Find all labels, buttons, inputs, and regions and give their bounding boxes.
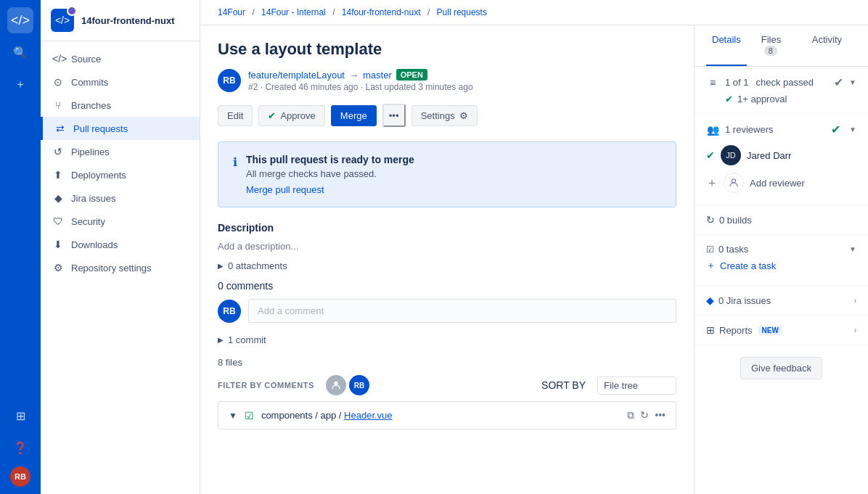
sidebar-item-label: Source	[71, 54, 101, 65]
tasks-chevron-icon[interactable]: ▼	[849, 245, 856, 253]
nav-add-icon[interactable]: ＋	[7, 71, 33, 97]
reports-icon: ⊞	[706, 324, 715, 336]
commits-icon: ⊙	[52, 76, 64, 88]
sidebar-item-commits[interactable]: ⊙ Commits	[41, 70, 200, 94]
pr-author-avatar: RB	[218, 69, 241, 92]
sidebar-item-source[interactable]: </> Source	[41, 47, 200, 70]
description-add-link[interactable]: Add a description...	[218, 241, 676, 252]
settings-button[interactable]: Settings ⚙	[412, 105, 478, 126]
comments-count: 0 comments	[218, 280, 676, 292]
reviewers-chevron-icon[interactable]: ▼	[849, 125, 856, 133]
reports-section: ⊞ Reports NEW ›	[695, 316, 868, 345]
file-refresh-icon[interactable]: ↻	[640, 409, 649, 421]
tasks-section: ☑ 0 tasks ▼ ＋ Create a task	[695, 235, 868, 286]
commits-label: 1 commit	[228, 334, 266, 345]
feedback-button[interactable]: Give feedback	[740, 357, 822, 379]
add-reviewer-row[interactable]: ＋ Add reviewer	[706, 170, 856, 196]
sidebar-item-repository-settings[interactable]: ⚙ Repository settings	[41, 256, 200, 279]
tasks-icon: ☑	[706, 244, 714, 255]
file-more-icon[interactable]: •••	[655, 409, 666, 421]
jira-label: 0 Jira issues	[718, 295, 771, 306]
sidebar-header: </> 14four-frontend-nuxt	[41, 0, 200, 41]
breadcrumb-14four[interactable]: 14Four	[218, 7, 245, 17]
breadcrumb-pull-requests[interactable]: Pull requests	[437, 7, 487, 17]
merge-pull-request-link[interactable]: Merge pull request	[246, 184, 324, 195]
files-badge: 8	[764, 46, 777, 56]
sidebar-item-deployments[interactable]: ⬆ Deployments	[41, 163, 200, 186]
nav-help-icon[interactable]: ❓	[7, 435, 33, 461]
breadcrumb: 14Four / 14Four - Internal / 14four-fron…	[200, 0, 868, 25]
breadcrumb-internal[interactable]: 14Four - Internal	[261, 7, 326, 17]
checks-expand-icon[interactable]: ✔	[834, 75, 843, 89]
reviewers-section: 👥 1 reviewers ✔ ▼ ✔ JD Jared Darr ＋	[695, 114, 868, 205]
nav-grid-icon[interactable]: ⊞	[7, 403, 33, 429]
pr-actions: Edit ✔ Approve Merge ••• Settings ⚙	[218, 104, 676, 127]
reviewers-icon: 👥	[706, 124, 719, 136]
filter-avatar-rb[interactable]: RB	[349, 375, 369, 395]
pipelines-icon: ↺	[52, 146, 64, 157]
app-logo[interactable]: </>	[7, 7, 33, 33]
reviewers-count: 1 reviewers	[725, 124, 773, 135]
file-check-icon: ☑	[245, 410, 254, 421]
sidebar-item-label: Pipelines	[71, 147, 110, 157]
more-options-button[interactable]: •••	[382, 104, 406, 127]
attachments-expand[interactable]: ▶ 0 attachments	[218, 260, 676, 271]
approve-button[interactable]: ✔ Approve	[258, 105, 324, 126]
create-task-row[interactable]: ＋ Create a task	[706, 255, 856, 276]
app-nav: </> 🔍 ＋ ⊞ ❓ RB	[0, 0, 41, 494]
filter-avatar-gray[interactable]	[326, 375, 346, 395]
checks-label: check passed	[756, 77, 814, 88]
description-label: Description	[218, 222, 676, 234]
tab-files[interactable]: Files 8	[756, 25, 798, 66]
nav-search-icon[interactable]: 🔍	[7, 39, 33, 65]
sort-select[interactable]: File tree Alphabetical	[597, 376, 676, 395]
tab-activity[interactable]: Activity	[806, 25, 848, 66]
repo-icon: </>	[51, 9, 74, 32]
sidebar-item-label: Commits	[71, 77, 108, 88]
chevron-right-icon-commits: ▶	[218, 336, 224, 344]
main-area: 14Four / 14Four - Internal / 14four-fron…	[200, 0, 868, 494]
builds-row: ↻ 0 builds	[706, 214, 856, 226]
sidebar-item-label: Pull requests	[73, 123, 128, 134]
sidebar-item-pull-requests[interactable]: ⇄ Pull requests	[41, 117, 200, 140]
approve-check-icon: ✔	[268, 110, 276, 121]
repo-settings-icon: ⚙	[52, 262, 64, 273]
reviewer-name: Jared Darr	[747, 150, 791, 161]
file-link[interactable]: Header.vue	[344, 410, 393, 421]
jira-section: ◆ 0 Jira issues ›	[695, 286, 868, 316]
jira-row[interactable]: ◆ 0 Jira issues ›	[706, 295, 856, 306]
edit-button[interactable]: Edit	[218, 105, 253, 126]
checks-list-icon: ≡	[706, 77, 719, 88]
files-header: 8 files	[218, 357, 676, 368]
approval-check-icon: ✔	[725, 94, 733, 104]
sidebar-nav: </> Source ⊙ Commits ⑂ Branches ⇄ Pull r…	[41, 41, 200, 285]
commits-expand[interactable]: ▶ 1 commit	[218, 334, 676, 345]
sidebar-item-label: Deployments	[71, 170, 126, 181]
builds-label: 0 builds	[719, 215, 752, 226]
pr-sidebar: Details Files 8 Activity ≡ 1 of 1 check …	[694, 25, 868, 494]
breadcrumb-repo[interactable]: 14four-frontend-nuxt	[342, 7, 421, 17]
comment-input[interactable]: Add a comment	[248, 299, 676, 323]
svg-point-0	[334, 382, 337, 385]
sidebar-item-branches[interactable]: ⑂ Branches	[41, 94, 200, 117]
filter-label: FILTER BY COMMENTS	[218, 381, 314, 390]
reviewers-row: 👥 1 reviewers ✔ ▼	[706, 123, 856, 136]
tasks-row: ☑ 0 tasks ▼	[706, 244, 856, 255]
reviewer-avatar-jd: JD	[721, 145, 741, 165]
deployments-icon: ⬆	[52, 169, 64, 181]
pr-title: Use a layout template	[218, 40, 676, 59]
approval-label: 1+ approval	[737, 94, 787, 104]
sidebar-item-security[interactable]: 🛡 Security	[41, 210, 200, 233]
file-copy-icon[interactable]: ⧉	[627, 409, 634, 421]
tab-details[interactable]: Details	[706, 25, 747, 66]
checks-row: ≡ 1 of 1 check passed ✔ ▼	[706, 75, 856, 89]
checks-chevron-icon[interactable]: ▼	[849, 78, 856, 86]
comment-input-row: RB Add a comment	[218, 299, 676, 323]
file-expand-icon[interactable]: ▼	[229, 411, 237, 421]
reports-row[interactable]: ⊞ Reports NEW ›	[706, 324, 856, 336]
sidebar-item-jira-issues[interactable]: ◆ Jira issues	[41, 186, 200, 210]
merge-button[interactable]: Merge	[331, 105, 377, 126]
user-avatar-nav[interactable]: RB	[10, 466, 30, 487]
sidebar-item-pipelines[interactable]: ↺ Pipelines	[41, 140, 200, 163]
sidebar-item-downloads[interactable]: ⬇ Downloads	[41, 233, 200, 256]
